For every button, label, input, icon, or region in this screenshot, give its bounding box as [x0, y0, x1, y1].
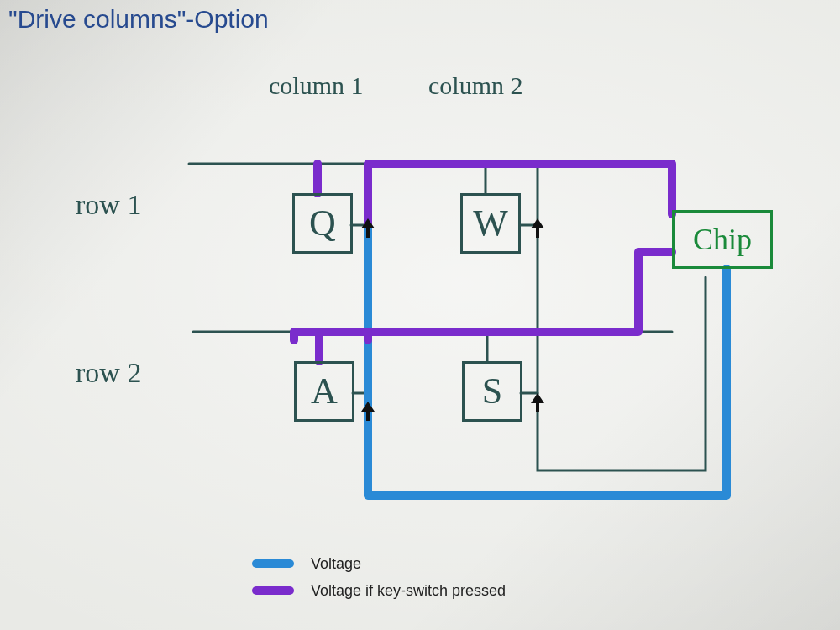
column-2-label: column 2	[428, 71, 523, 100]
key-a: A	[294, 361, 354, 422]
diode-icon	[361, 218, 375, 239]
page-title: "Drive columns"-Option	[8, 5, 269, 34]
key-s: S	[462, 361, 522, 422]
legend-voltage-pressed: Voltage if key-switch pressed	[252, 577, 506, 604]
legend-swatch-voltage-pressed	[252, 586, 294, 595]
legend: Voltage Voltage if key-switch pressed	[252, 550, 506, 604]
legend-voltage: Voltage	[252, 550, 506, 577]
chip-box: Chip	[672, 210, 773, 269]
diode-icon	[531, 393, 544, 413]
key-w: W	[460, 193, 521, 254]
column-1-label: column 1	[269, 71, 364, 100]
key-q: Q	[292, 193, 353, 254]
diode-icon	[531, 218, 544, 239]
legend-swatch-voltage	[252, 559, 294, 568]
diode-icon	[361, 402, 375, 422]
row-2-label: row 2	[76, 357, 141, 389]
legend-voltage-label: Voltage	[311, 555, 361, 573]
row-1-label: row 1	[76, 189, 141, 221]
wiring-diagram	[0, 0, 840, 630]
legend-voltage-pressed-label: Voltage if key-switch pressed	[311, 582, 506, 600]
